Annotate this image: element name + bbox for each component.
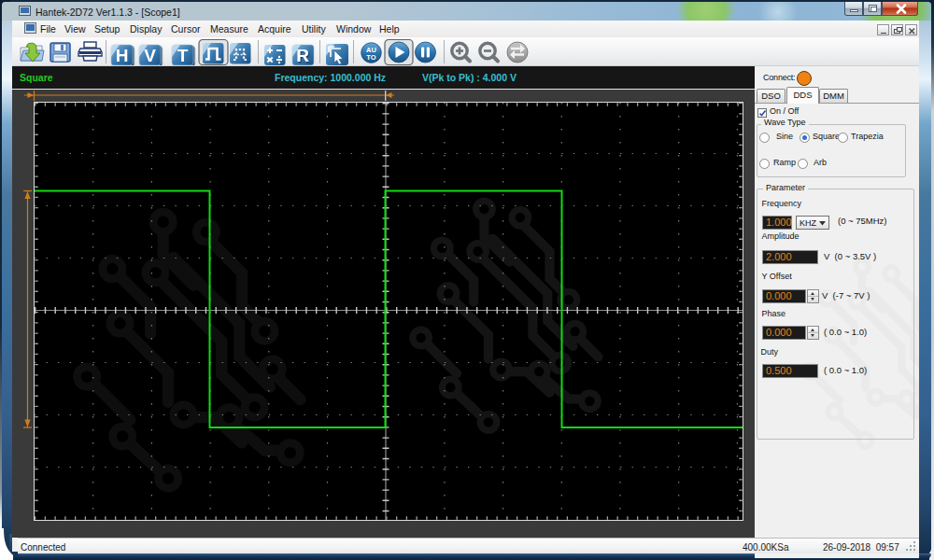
svg-text:V: V [144,46,156,65]
svg-text:T: T [177,46,189,65]
svg-text:H: H [116,46,129,65]
svg-text:R: R [296,46,309,65]
svg-text:TO: TO [366,53,375,62]
